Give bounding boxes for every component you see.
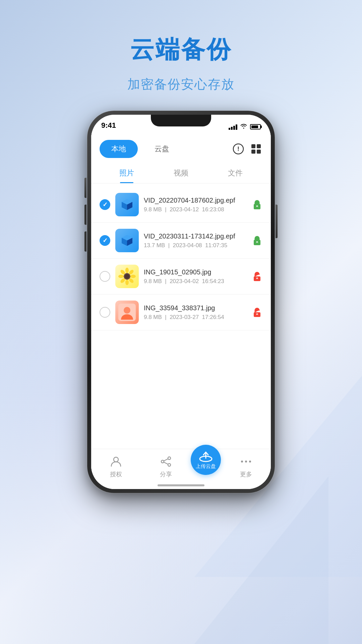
file-info-1: VID_20220704-187602.jpg.epf 9.8 MB | 202… <box>144 197 247 213</box>
upload-button-label: 上传云盘 <box>196 463 216 470</box>
svg-point-23 <box>130 275 136 278</box>
phone-outer-frame: 9:41 <box>87 111 275 493</box>
file-checkbox-2[interactable]: ✓ <box>100 235 110 246</box>
svg-point-30 <box>125 274 129 279</box>
tab-share-label: 分享 <box>160 470 172 478</box>
file-checkbox-1[interactable]: ✓ <box>100 199 110 210</box>
phone-mockup: 9:41 <box>87 111 275 493</box>
file-meta-1: 9.8 MB | 2023-04-12 16:23:08 <box>144 206 247 213</box>
lock-icon-4 <box>252 307 262 318</box>
svg-rect-19 <box>257 242 257 244</box>
svg-rect-2 <box>251 144 255 148</box>
bg-decoration-2 <box>194 476 328 644</box>
svg-point-41 <box>161 460 164 463</box>
nav-action-icons: ! <box>232 143 262 155</box>
signal-icon <box>229 124 237 130</box>
tab-videos[interactable]: 视频 <box>154 163 208 183</box>
svg-point-39 <box>114 457 118 462</box>
file-thumbnail-2 <box>115 229 139 252</box>
app-content: 本地 云盘 ! <box>91 133 271 489</box>
file-item: ING_19015_02905.jpg 9.8 MB | 2023-04-02 … <box>91 259 271 294</box>
main-title: 云端备份 <box>0 34 362 66</box>
file-meta-4: 9.8 MB | 2023-03-27 17:26:54 <box>144 314 247 321</box>
file-item: ING_33594_338371.jpg 9.8 MB | 2023-03-27… <box>91 294 271 330</box>
file-list: ✓ VID_20220704-187602.jpg.epf <box>91 183 271 334</box>
file-thumbnail-4 <box>115 301 139 324</box>
svg-rect-3 <box>257 144 261 148</box>
more-icon <box>239 455 253 468</box>
svg-point-40 <box>168 457 171 460</box>
svg-point-25 <box>125 280 129 285</box>
grid-icon[interactable] <box>250 143 262 155</box>
phone-screen: 9:41 <box>91 115 271 489</box>
person-icon <box>109 455 123 468</box>
file-checkbox-4[interactable] <box>100 307 110 318</box>
svg-rect-38 <box>257 314 257 316</box>
file-name-1: VID_20220704-187602.jpg.epf <box>144 197 247 204</box>
file-name-2: VID_20230311-173142.jpg.epf <box>144 232 247 240</box>
file-info-3: ING_19015_02905.jpg 9.8 MB | 2023-04-02 … <box>144 268 247 285</box>
svg-rect-5 <box>257 150 261 154</box>
svg-rect-4 <box>251 150 255 154</box>
tab-cloud[interactable]: 云盘 <box>143 140 181 158</box>
file-info-2: VID_20230311-173142.jpg.epf 13.7 MB | 20… <box>144 232 247 249</box>
svg-point-35 <box>124 307 130 314</box>
file-name-3: ING_19015_02905.jpg <box>144 268 247 276</box>
file-info-4: ING_33594_338371.jpg 9.8 MB | 2023-03-27… <box>144 304 247 321</box>
header-section: 云端备份 加密备份安心存放 <box>0 34 362 93</box>
file-meta-3: 9.8 MB | 2023-04-02 16:54:23 <box>144 278 247 285</box>
lock-icon-2 <box>252 235 262 246</box>
file-meta-2: 13.7 MB | 2023-04-08 11:07:35 <box>144 242 247 249</box>
status-icons <box>229 123 261 130</box>
svg-line-44 <box>164 462 168 464</box>
file-item: ✓ VID_20230311-173142.jpg.epf <box>91 223 271 259</box>
phone-notch <box>151 115 211 126</box>
status-time: 9:41 <box>101 121 116 130</box>
file-item: ✓ VID_20220704-187602.jpg.epf <box>91 187 271 223</box>
bottom-tab-bar: 授权 分享 <box>91 449 271 489</box>
svg-point-49 <box>249 461 251 463</box>
tab-authorize-label: 授权 <box>110 470 122 478</box>
lock-icon-3 <box>252 271 262 282</box>
svg-point-21 <box>125 268 129 273</box>
home-indicator <box>158 484 204 486</box>
tab-files[interactable]: 文件 <box>208 163 262 183</box>
wifi-icon <box>240 123 247 130</box>
info-icon[interactable]: ! <box>232 143 245 155</box>
svg-rect-12 <box>257 206 257 208</box>
upload-button[interactable]: 上传云盘 <box>191 445 221 475</box>
tab-photos[interactable]: 照片 <box>100 163 154 183</box>
file-checkbox-3[interactable] <box>100 271 110 282</box>
tab-more[interactable]: 更多 <box>221 455 271 478</box>
tab-local[interactable]: 本地 <box>100 140 138 158</box>
share-icon <box>159 455 173 468</box>
svg-point-42 <box>168 464 171 466</box>
svg-text:!: ! <box>237 146 239 152</box>
svg-point-47 <box>241 461 243 463</box>
lock-icon-1 <box>252 199 262 210</box>
svg-point-27 <box>118 275 124 278</box>
battery-icon <box>250 124 261 129</box>
sub-title: 加密备份安心存放 <box>0 76 362 93</box>
file-thumbnail-1 <box>115 193 139 216</box>
tab-more-label: 更多 <box>240 470 252 478</box>
sub-tab-bar: 照片 视频 文件 <box>91 163 271 183</box>
svg-line-43 <box>164 459 168 461</box>
svg-point-48 <box>245 461 247 463</box>
svg-rect-33 <box>257 278 257 280</box>
file-name-4: ING_33594_338371.jpg <box>144 304 247 312</box>
top-navigation: 本地 云盘 ! <box>91 133 271 163</box>
tab-authorize[interactable]: 授权 <box>91 455 141 478</box>
tab-share[interactable]: 分享 <box>141 455 191 478</box>
file-thumbnail-3 <box>115 265 139 288</box>
